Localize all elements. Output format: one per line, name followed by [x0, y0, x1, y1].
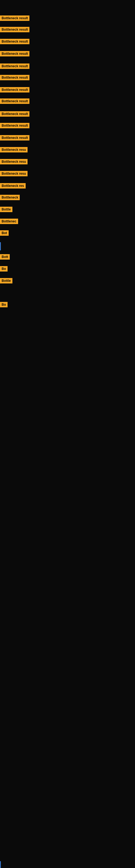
bottleneck-badge-18: Bot	[0, 230, 9, 236]
bottleneck-badge-6: Bottleneck result	[0, 87, 30, 93]
bottleneck-badge-4: Bottleneck result	[0, 63, 30, 69]
bottleneck-badge-1: Bottleneck result	[0, 27, 30, 32]
bottleneck-badge-14: Bottleneck res	[0, 183, 26, 188]
bottleneck-badge-17: Bottlenec	[0, 219, 18, 224]
bottleneck-badge-16: Bottle	[0, 207, 12, 212]
bottleneck-badge-8: Bottleneck result	[0, 111, 30, 117]
bottleneck-badge-5: Bottleneck result	[0, 75, 30, 80]
bottleneck-badge-22: Bo	[0, 302, 8, 307]
bottleneck-badge-2: Bottleneck result	[0, 39, 30, 44]
bottleneck-badge-3: Bottleneck result	[0, 51, 30, 56]
bottleneck-badge-21: Bottle	[0, 278, 12, 283]
bottleneck-badge-11: Bottleneck resu	[0, 147, 28, 152]
bottleneck-badge-13: Bottleneck resu	[0, 171, 28, 176]
bottleneck-badge-12: Bottleneck resu	[0, 159, 28, 164]
blue-line-1	[0, 861, 1, 868]
bottleneck-badge-10: Bottleneck result	[0, 135, 30, 141]
bottleneck-badge-15: Bottleneck	[0, 195, 20, 200]
bottleneck-badge-0: Bottleneck result	[0, 16, 30, 21]
bottleneck-badge-7: Bottleneck result	[0, 98, 30, 104]
bottleneck-badge-20: Bo	[0, 266, 8, 272]
blue-line-0	[0, 242, 1, 250]
bottleneck-badge-9: Bottleneck result	[0, 123, 30, 128]
bottleneck-badge-19: Bott	[0, 254, 10, 259]
